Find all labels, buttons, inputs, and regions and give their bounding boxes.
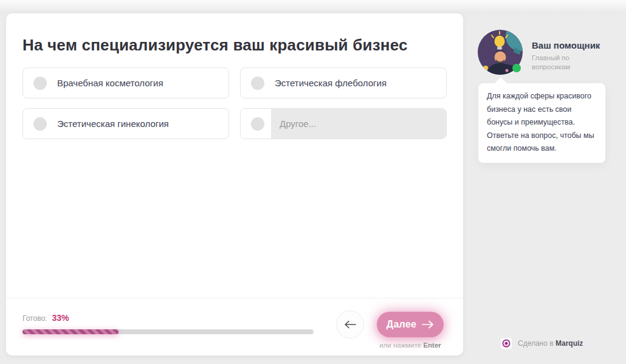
enter-hint: или нажмите Enter [368, 342, 453, 349]
made-in-prefix: Сделано в [518, 339, 555, 348]
enter-hint-text: или нажмите [379, 342, 423, 349]
option-label: Эстетическая флебология [275, 78, 387, 88]
next-button-label: Далее [387, 319, 417, 330]
question-section: На чем специализируется ваш красивый биз… [6, 13, 463, 139]
radio-icon [33, 77, 47, 90]
option-label: Врачебная косметология [57, 78, 163, 88]
made-in-marquiz[interactable]: Сделано в Marquiz [501, 338, 583, 349]
progress-fill [22, 329, 119, 334]
progress-percent: 33% [52, 313, 69, 323]
assistant-name: Ваш помощник [532, 40, 600, 50]
other-option-input[interactable] [271, 109, 446, 139]
next-button[interactable]: Далее [377, 312, 444, 337]
radio-icon [33, 117, 47, 131]
radio-icon [251, 77, 264, 90]
assistant-message-bubble: Для каждой сферы красивого бизнеса у нас… [478, 83, 605, 163]
option-esteticheskaya-ginekologiya[interactable]: Эстетическая гинекология [22, 108, 229, 139]
progress-bar [22, 329, 314, 334]
quiz-footer: Готово:33% Далее или нажмите Enter [6, 298, 463, 355]
question-title: На чем специализируется ваш красивый биз… [22, 34, 447, 56]
arrow-left-icon [344, 320, 356, 329]
options-grid: Врачебная косметология Эстетическая флеб… [22, 67, 447, 139]
radio-icon [251, 117, 264, 131]
progress-label: Готово: [22, 314, 47, 323]
option-esteticheskaya-flebologiya[interactable]: Эстетическая флебология [240, 67, 447, 98]
back-button[interactable] [336, 311, 364, 338]
marquiz-logo-icon [501, 338, 512, 349]
quiz-card: На чем специализируется ваш красивый биз… [6, 13, 463, 355]
option-label: Эстетическая гинекология [57, 118, 169, 129]
enter-key-label: Enter [423, 342, 441, 349]
progress-caption: Готово:33% [22, 313, 69, 323]
arrow-right-icon [422, 320, 434, 329]
assistant-role: Главный по вопросикам [532, 53, 584, 72]
top-highlight [0, 0, 626, 13]
option-other[interactable] [240, 108, 447, 139]
option-vrachebnaya-kosmetologiya[interactable]: Врачебная косметология [22, 67, 229, 98]
radio-zone [241, 109, 271, 139]
brand-name: Marquiz [555, 339, 583, 348]
assistant-avatar [477, 29, 523, 75]
assistant-illustration-icon [477, 29, 523, 75]
made-in-text: Сделано в Marquiz [518, 339, 583, 348]
